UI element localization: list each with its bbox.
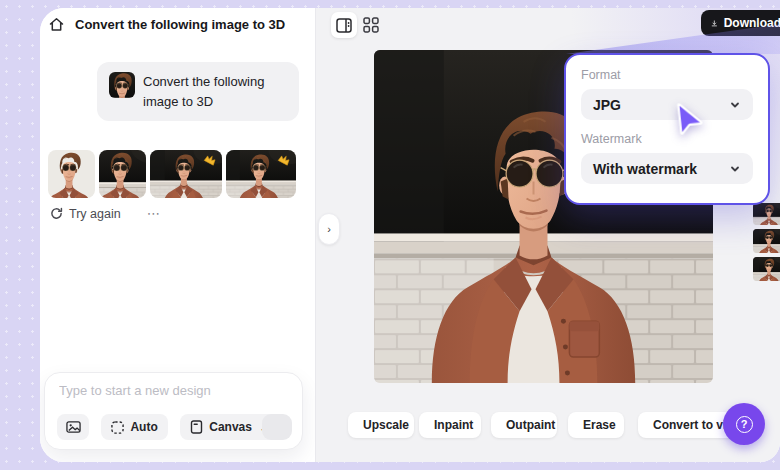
variant-thumbnail-3[interactable] [753, 257, 780, 281]
prompt-input[interactable] [59, 383, 284, 398]
auto-mode-button[interactable]: Auto [101, 414, 167, 440]
watermark-select[interactable]: With watermark [581, 153, 753, 184]
watermark-label: Watermark [581, 132, 753, 146]
canvas-label: Canvas [209, 420, 252, 434]
home-icon[interactable] [48, 16, 65, 33]
panel-view-icon [336, 18, 352, 33]
inpaint-label: Inpaint [434, 418, 473, 432]
grid-view-button[interactable] [362, 16, 380, 34]
composer-toolbar: Auto Canvas ↗ [57, 414, 292, 440]
upscale-label: Upscale [363, 418, 409, 432]
grid-view-icon [363, 17, 379, 33]
add-image-button[interactable] [57, 414, 89, 440]
collapse-panel-handle[interactable]: › [318, 213, 340, 245]
canvas-icon [190, 420, 203, 434]
retry-row: Try again ⋯ [50, 206, 161, 221]
upscale-button[interactable]: Upscale [348, 412, 414, 438]
chevron-down-icon [729, 163, 741, 175]
chevron-down-icon [729, 99, 741, 111]
chat-header: Convert the following image to 3D [48, 16, 285, 33]
result-thumbnail-1[interactable] [48, 150, 95, 198]
app-window: Convert the following image to 3D Conver… [40, 8, 780, 462]
user-message: Convert the following image to 3D [97, 62, 299, 121]
image-icon [66, 420, 81, 434]
result-thumbnail-4[interactable] [226, 150, 296, 198]
more-options-button[interactable]: ⋯ [147, 206, 161, 221]
auto-label: Auto [130, 420, 157, 434]
canvas-panel: Download › Format JPG Watermark W [315, 8, 780, 462]
format-label: Format [581, 68, 753, 82]
result-thumbnail-3[interactable] [150, 150, 222, 198]
variant-thumbnail-1[interactable] [753, 203, 780, 225]
chevron-right-icon: › [327, 223, 331, 235]
erase-button[interactable]: Erase [568, 412, 624, 438]
try-again-button[interactable]: Try again [69, 207, 121, 221]
result-thumbnails [40, 150, 315, 198]
watermark-value: With watermark [593, 161, 697, 177]
outpaint-button[interactable]: Outpaint [491, 412, 557, 438]
page-title: Convert the following image to 3D [75, 17, 285, 32]
message-text: Convert the following image to 3D [143, 74, 264, 109]
question-icon: ? [736, 416, 753, 433]
send-button[interactable] [262, 414, 292, 440]
erase-label: Erase [583, 418, 616, 432]
download-options-popup: Format JPG Watermark With watermark [564, 53, 770, 205]
prompt-composer: Auto Canvas ↗ [44, 372, 303, 450]
inpaint-button[interactable]: Inpaint [419, 412, 481, 438]
message-attachment-thumbnail[interactable] [109, 72, 135, 98]
download-icon [711, 17, 718, 30]
variant-thumbnail-2[interactable] [753, 229, 780, 253]
chat-panel: Convert the following image to 3D Conver… [40, 8, 315, 462]
result-thumbnail-2[interactable] [99, 150, 146, 198]
refresh-icon[interactable] [50, 207, 63, 220]
help-button[interactable]: ? [723, 403, 765, 445]
format-value: JPG [593, 97, 621, 113]
single-view-button[interactable] [331, 12, 357, 38]
dashed-box-icon [111, 421, 124, 434]
format-select[interactable]: JPG [581, 89, 753, 120]
outpaint-label: Outpaint [506, 418, 555, 432]
